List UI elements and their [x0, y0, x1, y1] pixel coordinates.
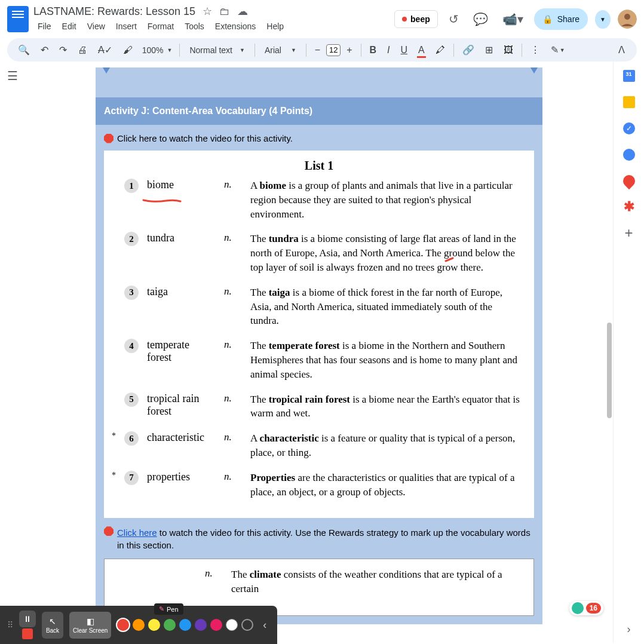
click-here-link[interactable]: Click here [117, 528, 157, 538]
document-canvas[interactable]: Activity J: Content-Area Vocabulary (4 P… [25, 62, 613, 643]
beep-button[interactable]: beep [394, 10, 438, 28]
lock-icon: 🔒 [542, 14, 553, 24]
move-icon[interactable]: 🗀 [219, 5, 230, 18]
separator [254, 44, 255, 57]
vocab-definition: The tropical rain forest is a biome near… [250, 392, 520, 421]
vocab-term: tundra [147, 232, 216, 244]
color-orange[interactable] [133, 619, 145, 631]
print-icon[interactable]: 🖨 [73, 41, 92, 59]
document-page: Activity J: Content-Area Vocabulary (4 P… [96, 68, 542, 624]
maps-sideapp-icon[interactable] [620, 173, 637, 189]
calendar-sideapp-icon[interactable] [623, 70, 635, 82]
vocab-pos: n. [224, 392, 242, 404]
annot-collapse-icon[interactable]: ‹ [259, 619, 270, 631]
color-purple[interactable] [195, 619, 207, 631]
editing-mode-icon[interactable]: ✎▼ [546, 41, 570, 59]
color-pink[interactable] [210, 619, 222, 631]
ruler-right-marker[interactable] [530, 68, 538, 73]
cloud-status-icon[interactable]: ☁ [237, 5, 248, 18]
vocab-term: taiga [147, 286, 216, 298]
menu-extensions[interactable]: Extensions [211, 19, 260, 33]
vocab-star: * [110, 471, 116, 480]
spellcheck-icon[interactable]: A✓ [93, 41, 117, 59]
vocab-number: 3 [124, 286, 139, 300]
color-white[interactable] [226, 619, 238, 631]
share-label: Share [557, 14, 579, 24]
ruler-indent-marker[interactable] [103, 68, 110, 73]
document-title[interactable]: LASTNAME: Rewards: Lesson 15 [33, 5, 195, 18]
title-area: LASTNAME: Rewards: Lesson 15 ☆ 🗀 ☁ File … [33, 5, 390, 33]
redo-icon[interactable]: ↷ [54, 41, 72, 59]
peardeck-badge[interactable]: 16 [569, 601, 603, 615]
meet-icon[interactable]: 📹▾ [499, 8, 527, 30]
vocab-pos: n. [224, 339, 242, 351]
italic-icon[interactable]: I [382, 41, 394, 59]
history-icon[interactable]: ↺ [445, 8, 462, 30]
menu-format[interactable]: Format [143, 19, 178, 33]
text-color-icon[interactable]: A [413, 41, 430, 59]
more-icon[interactable]: ⋮ [526, 41, 545, 59]
contacts-sideapp-icon[interactable] [623, 149, 635, 161]
font-size-control: − + [310, 41, 357, 59]
annotation-toolbar: ⠿ ⏸ ↖ Back ◧ Clear Screen ‹ ✎ Pen [0, 606, 277, 644]
zoom-select[interactable]: 100%▼ [139, 43, 176, 57]
font-size-input[interactable] [326, 44, 341, 56]
instruction-text-2: Click here to watch the video for this a… [117, 526, 534, 551]
menu-help[interactable]: Help [262, 19, 288, 33]
docs-logo-icon[interactable] [7, 6, 29, 32]
font-size-increase[interactable]: + [342, 41, 357, 59]
side-panel-collapse-icon[interactable]: › [620, 616, 638, 643]
insert-link-icon[interactable]: 🔗 [458, 41, 479, 59]
color-yellow[interactable] [148, 619, 160, 631]
undo-icon[interactable]: ↶ [36, 41, 53, 59]
menu-insert[interactable]: Insert [112, 19, 141, 33]
add-comment-icon[interactable]: ⊞ [480, 41, 498, 59]
back-tool-button[interactable]: ↖ Back [42, 612, 63, 639]
search-icon[interactable]: 🔍 [13, 41, 35, 59]
ruler[interactable] [96, 68, 542, 75]
vocab-number: 4 [124, 339, 139, 353]
stop-record-button[interactable] [22, 628, 33, 639]
font-size-decrease[interactable]: − [310, 41, 325, 59]
scrollbar-thumb[interactable] [607, 323, 612, 418]
menu-file[interactable]: File [33, 19, 56, 33]
menu-edit[interactable]: Edit [58, 19, 81, 33]
tasks-sideapp-icon[interactable] [623, 122, 635, 134]
insert-image-icon[interactable]: 🖼 [499, 41, 518, 59]
color-blue[interactable] [179, 619, 191, 631]
keep-sideapp-icon[interactable] [623, 96, 635, 108]
separator [453, 44, 454, 57]
menu-tools[interactable]: Tools [180, 19, 208, 33]
pen-annotation-mark [444, 254, 455, 260]
paragraph-style-select[interactable]: Normal text▼ [183, 43, 251, 57]
collapse-toolbar-icon[interactable]: ᐱ [612, 41, 631, 59]
outline-toggle-icon[interactable]: ☰ [0, 62, 25, 90]
color-gray[interactable] [241, 619, 253, 631]
paint-format-icon[interactable]: 🖌 [118, 41, 137, 59]
vocab-term: characteristic [147, 431, 216, 444]
bold-icon[interactable]: B [365, 41, 382, 59]
vocab-number: 5 [124, 392, 139, 407]
instruction-line-2: Click here to watch the video for this a… [104, 526, 534, 551]
user-avatar[interactable] [618, 10, 637, 29]
comments-icon[interactable]: 💬 [470, 8, 492, 30]
menu-view[interactable]: View [83, 19, 109, 33]
share-button[interactable]: 🔒 Share [534, 8, 588, 30]
vocab-number: 2 [124, 232, 139, 246]
font-family-select[interactable]: Arial▼ [259, 43, 302, 57]
clear-screen-button[interactable]: ◧ Clear Screen [69, 612, 111, 639]
drag-handle-icon[interactable]: ⠿ [7, 620, 13, 630]
vocab-number: 1 [124, 179, 139, 193]
color-green[interactable] [164, 619, 176, 631]
pause-button[interactable]: ⏸ [19, 611, 36, 627]
get-addons-icon[interactable]: + [623, 228, 635, 240]
highlight-icon[interactable]: 🖍 [431, 41, 450, 59]
color-red[interactable] [117, 619, 129, 631]
vocab-definition: The taiga is a biome of thick forest in … [250, 286, 520, 328]
scrollbar[interactable] [607, 239, 612, 454]
share-dropdown[interactable]: ▼ [595, 10, 611, 29]
underline-icon[interactable]: U [396, 41, 413, 59]
star-icon[interactable]: ☆ [203, 5, 212, 18]
addon-sideapp-icon[interactable]: ✱ [623, 201, 635, 213]
separator [361, 44, 361, 57]
